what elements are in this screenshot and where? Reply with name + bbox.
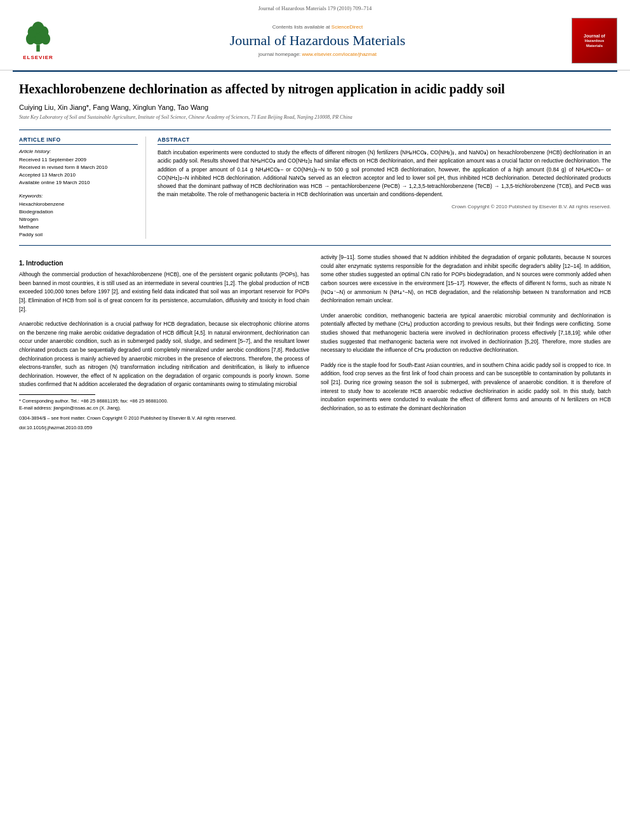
article-info-label: ARTICLE INFO — [19, 137, 138, 145]
homepage-label: journal homepage: — [258, 51, 300, 57]
hazmat-logo-text: Journal of Hazardous Materials — [584, 33, 605, 49]
footnote-divider — [19, 394, 95, 395]
intro-paragraph-1: Although the commercial production of he… — [19, 270, 309, 314]
issn-line: 0304-3894/$ – see front matter. Crown Co… — [19, 415, 309, 421]
intro-paragraph-5: Paddy rice is the staple food for South-… — [321, 361, 611, 413]
intro-paragraph-3: activity [9–11]. Some studies showed tha… — [321, 253, 611, 305]
hazmat-journal-logo: Journal of Hazardous Materials — [572, 18, 617, 63]
received-date: Received 11 September 2009 — [19, 156, 138, 164]
keyword-3: Nitrogen — [19, 216, 138, 223]
journal-top-line: Journal of Hazardous Materials 179 (2010… — [13, 5, 617, 11]
sciencedirect-link[interactable]: ScienceDirect — [332, 24, 363, 30]
journal-main-title: Journal of Hazardous Materials — [64, 32, 572, 49]
accepted-date: Accepted 13 March 2010 — [19, 171, 138, 179]
intro-paragraph-4: Under anaerobic condition, methanogenic … — [321, 312, 611, 355]
abstract-label: ABSTRACT — [158, 137, 611, 145]
article-info-column: ARTICLE INFO Article history: Received 1… — [19, 137, 146, 239]
homepage-url[interactable]: www.elsevier.com/locate/jhazmat — [302, 51, 377, 57]
body-column-left: 1. Introduction Although the commercial … — [19, 253, 309, 430]
keywords-label: Keywords: — [19, 193, 138, 199]
available-online-date: Available online 19 March 2010 — [19, 179, 138, 187]
contents-text: Contents lists available at — [272, 24, 330, 30]
keyword-2: Biodegradation — [19, 208, 138, 216]
introduction-heading: 1. Introduction — [19, 260, 309, 267]
elsevier-tree-icon — [22, 22, 54, 53]
journal-title-center: Contents lists available at ScienceDirec… — [64, 24, 572, 57]
abstract-text: Batch incubation experiments were conduc… — [158, 149, 611, 199]
journal-header: Journal of Hazardous Materials 179 (2010… — [0, 0, 630, 70]
doi-line: doi:10.1016/j.jhazmat.2010.03.059 — [19, 425, 309, 430]
main-content: Hexachlorobenzene dechlorination as affe… — [0, 72, 630, 443]
body-column-right: activity [9–11]. Some studies showed tha… — [321, 253, 611, 430]
article-affiliation: State Key Laboratory of Soil and Sustain… — [19, 114, 611, 121]
keyword-5: Paddy soil — [19, 231, 138, 239]
keyword-1: Hexachlorobenzene — [19, 201, 138, 208]
page-wrapper: Journal of Hazardous Materials 179 (2010… — [0, 0, 630, 840]
article-history-label: Article history: — [19, 149, 138, 154]
svg-rect-0 — [36, 44, 39, 51]
elsevier-logo: ELSEVIER — [13, 22, 64, 60]
svg-point-6 — [32, 22, 44, 33]
article-authors: Cuiying Liu, Xin Jiang*, Fang Wang, Xing… — [19, 103, 611, 111]
intro-paragraph-2: Anaerobic reductive dechlorination is a … — [19, 320, 309, 389]
email-footnote: E-mail address: jiangxin@issas.ac.cn (X.… — [19, 404, 309, 411]
article-abstract-column: ABSTRACT Batch incubation experiments we… — [158, 137, 611, 239]
corresponding-author-footnote: * Corresponding author. Tel.: +86 25 868… — [19, 397, 309, 404]
article-title: Hexachlorobenzene dechlorination as affe… — [19, 81, 611, 97]
copyright-line: Crown Copyright © 2010 Published by Else… — [158, 204, 611, 210]
body-content: 1. Introduction Although the commercial … — [19, 253, 611, 430]
keyword-4: Methane — [19, 223, 138, 231]
journal-banner: ELSEVIER Contents lists available at Sci… — [13, 14, 617, 67]
elsevier-brand-text: ELSEVIER — [23, 55, 53, 60]
journal-homepage-line: journal homepage: www.elsevier.com/locat… — [64, 51, 572, 57]
contents-available-line: Contents lists available at ScienceDirec… — [64, 24, 572, 30]
received-revised-date: Received in revised form 8 March 2010 — [19, 164, 138, 171]
info-abstract-row: ARTICLE INFO Article history: Received 1… — [19, 130, 611, 246]
